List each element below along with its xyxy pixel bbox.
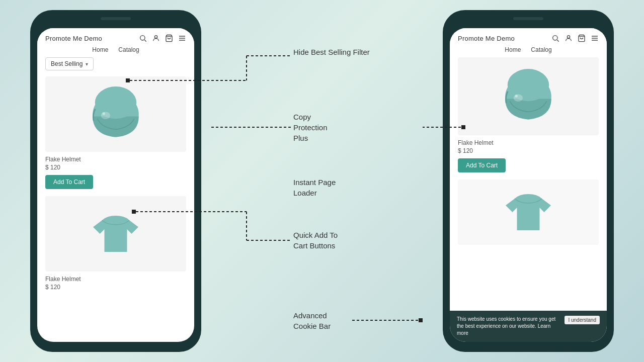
left-nav-icons bbox=[139, 34, 186, 42]
svg-point-19 bbox=[508, 69, 549, 101]
svg-line-12 bbox=[557, 40, 558, 41]
svg-line-1 bbox=[144, 40, 146, 41]
helmet-image-2 bbox=[501, 69, 556, 124]
left-product-card-1: Flake Helmet $ 120 Add To Cart bbox=[45, 76, 186, 189]
annotation-hide-best-selling: Hide Best Selling Filter bbox=[293, 47, 370, 57]
right-app-title: Promote Me Demo bbox=[458, 35, 515, 42]
tshirt-image-2 bbox=[506, 187, 551, 237]
left-nav-catalog[interactable]: Catalog bbox=[118, 46, 139, 53]
left-phone-frame: Promote Me Demo Home Catalog Best Sellin… bbox=[30, 10, 201, 352]
left-product-image-2 bbox=[45, 196, 186, 272]
svg-point-2 bbox=[154, 36, 157, 38]
right-product-image-2 bbox=[458, 179, 599, 245]
left-app-title: Promote Me Demo bbox=[45, 35, 102, 42]
menu-icon bbox=[178, 34, 186, 42]
svg-point-13 bbox=[567, 36, 570, 38]
svg-point-0 bbox=[140, 36, 145, 40]
left-nav-links: Home Catalog bbox=[37, 45, 194, 57]
left-product-price-1: $ 120 bbox=[45, 164, 186, 171]
search-icon bbox=[139, 34, 147, 42]
svg-point-20 bbox=[514, 94, 523, 102]
right-nav-home[interactable]: Home bbox=[505, 46, 521, 53]
left-nav-home[interactable]: Home bbox=[92, 46, 108, 53]
dropdown-arrow-icon: ▾ bbox=[86, 61, 88, 67]
right-product-card-2 bbox=[458, 179, 599, 245]
svg-rect-36 bbox=[419, 318, 423, 322]
left-filter-label: Best Selling bbox=[51, 60, 83, 67]
cookie-bar: This website uses cookies to ensure you … bbox=[450, 311, 607, 342]
right-phone-screen: Promote Me Demo Home Catalog bbox=[450, 28, 607, 342]
left-product-card-2: Flake Helmet $ 120 bbox=[45, 196, 186, 291]
annotation-quick-add: Quick Add ToCart Buttons bbox=[293, 230, 338, 251]
left-phone-screen: Promote Me Demo Home Catalog Best Sellin… bbox=[37, 28, 194, 342]
left-add-to-cart-1[interactable]: Add To Cart bbox=[45, 175, 93, 189]
cookie-accept-button[interactable]: I understand bbox=[565, 316, 600, 324]
right-menu-icon bbox=[591, 34, 599, 42]
svg-point-10 bbox=[102, 112, 105, 115]
left-filter-row: Best Selling ▾ bbox=[45, 57, 186, 70]
right-product-image-1 bbox=[458, 57, 599, 135]
left-screen-content: Best Selling ▾ Flake bbox=[37, 57, 194, 337]
right-screen-content: Flake Helmet $ 120 Add To Cart bbox=[450, 57, 607, 337]
right-add-to-cart-1[interactable]: Add To Cart bbox=[458, 158, 506, 172]
cookie-message: This website uses cookies to ensure you … bbox=[457, 316, 560, 337]
left-product-name-2: Flake Helmet bbox=[45, 276, 186, 283]
annotation-copy-protection: CopyProtectionPlus bbox=[293, 112, 328, 143]
cart-icon bbox=[165, 34, 173, 42]
right-product-name-1: Flake Helmet bbox=[458, 139, 599, 146]
annotation-advanced-cookie: AdvancedCookie Bar bbox=[293, 310, 331, 331]
left-nav-bar: Promote Me Demo bbox=[37, 28, 194, 45]
left-product-name-1: Flake Helmet bbox=[45, 156, 186, 163]
left-filter-dropdown[interactable]: Best Selling ▾ bbox=[45, 57, 94, 70]
svg-point-8 bbox=[95, 86, 137, 119]
right-nav-links: Home Catalog bbox=[450, 45, 607, 57]
left-product-image-1 bbox=[45, 76, 186, 152]
right-search-icon bbox=[551, 34, 559, 42]
helmet-image-1 bbox=[88, 86, 143, 142]
right-nav-icons bbox=[551, 34, 599, 42]
right-cart-icon bbox=[578, 34, 586, 42]
svg-point-9 bbox=[101, 112, 110, 119]
tshirt-image-1 bbox=[93, 209, 138, 259]
right-phone-frame: Promote Me Demo Home Catalog bbox=[443, 10, 614, 352]
user-icon bbox=[152, 34, 160, 42]
right-product-price-1: $ 120 bbox=[458, 147, 599, 154]
right-user-icon bbox=[565, 34, 573, 42]
right-nav-bar: Promote Me Demo bbox=[450, 28, 607, 45]
right-product-card-1: Flake Helmet $ 120 Add To Cart bbox=[458, 57, 599, 172]
annotation-instant-page: Instant PageLoader bbox=[293, 177, 336, 198]
right-nav-catalog[interactable]: Catalog bbox=[531, 46, 551, 53]
svg-point-21 bbox=[515, 95, 517, 98]
svg-point-11 bbox=[553, 36, 557, 40]
left-product-price-2: $ 120 bbox=[45, 284, 186, 291]
